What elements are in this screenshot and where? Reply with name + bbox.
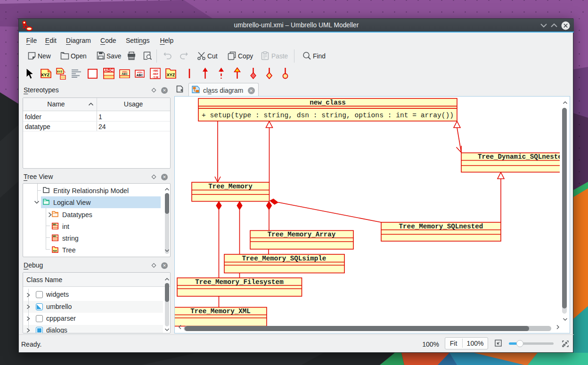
svg-text:+ setup(type : string, dsn : s: + setup(type : string, dsn : string, opt… xyxy=(202,112,454,119)
svg-text:ABC: ABC xyxy=(122,73,128,75)
svg-text:xyz: xyz xyxy=(53,249,57,252)
svg-text:Tree_Memory_SQLsimple: Tree_Memory_SQLsimple xyxy=(242,255,327,262)
svg-text:XYZ: XYZ xyxy=(57,70,63,73)
svg-text:·IJK: ·IJK xyxy=(152,76,159,79)
svg-text:ABC: ABC xyxy=(53,224,57,226)
svg-text:Tree_Memory_Array: Tree_Memory_Array xyxy=(268,231,336,238)
svg-text:·DEF: ·DEF xyxy=(152,73,159,76)
svg-text:XYZ: XYZ xyxy=(41,72,50,77)
svg-text:ABC: ABC xyxy=(53,235,57,237)
svg-text:Tree_Memory_Filesystem: Tree_Memory_Filesystem xyxy=(195,278,283,286)
svg-text:new_class: new_class xyxy=(310,99,346,106)
svg-text:Tree_Memory: Tree_Memory xyxy=(208,183,253,190)
svg-text:Tree_Memory_SQLnested: Tree_Memory_SQLnested xyxy=(399,223,483,230)
svg-text:ABC: ABC xyxy=(105,68,113,73)
svg-text:Tree_Dynamic_SQLnested: Tree_Dynamic_SQLnested xyxy=(478,153,560,161)
svg-text:ABC: ABC xyxy=(136,73,143,77)
svg-text:Tree_Memory_XML: Tree_Memory_XML xyxy=(190,308,251,315)
svg-text:XYZ: XYZ xyxy=(167,73,175,77)
svg-text:·ABC: ·ABC xyxy=(152,69,159,73)
